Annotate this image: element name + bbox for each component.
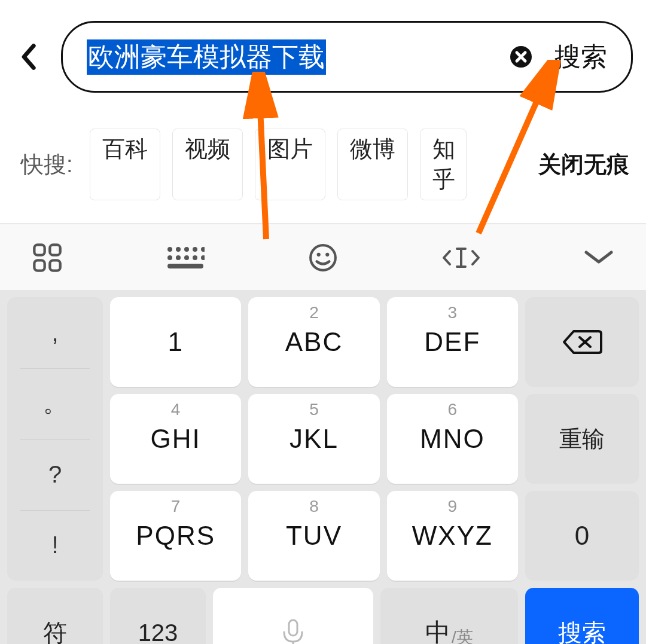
svg-point-15 xyxy=(193,255,197,260)
svg-point-8 xyxy=(176,247,181,252)
punct-key-comma[interactable]: , xyxy=(7,297,103,368)
svg-rect-3 xyxy=(34,245,44,255)
search-input[interactable]: 欧洲豪车模拟器下载 xyxy=(87,39,491,75)
close-circle-icon xyxy=(509,45,533,69)
collapse-keyboard-button[interactable] xyxy=(578,249,620,267)
svg-rect-6 xyxy=(50,260,60,270)
svg-point-19 xyxy=(317,253,321,257)
quick-search-row: 快搜: 百科 视频 图片 微博 知乎 关闭无痕 xyxy=(0,111,646,224)
svg-point-9 xyxy=(184,247,189,252)
svg-point-16 xyxy=(201,255,205,260)
key-4-ghi[interactable]: 4 GHI xyxy=(110,394,241,484)
search-field-wrap: 欧洲豪车模拟器下载 搜索 xyxy=(61,21,633,93)
svg-point-7 xyxy=(167,247,172,252)
svg-point-18 xyxy=(310,245,336,270)
language-key[interactable]: 中/英 xyxy=(380,588,518,644)
cursor-move-button[interactable] xyxy=(440,244,482,271)
key-2-abc[interactable]: 2 ABC xyxy=(248,297,379,387)
key-9-wxyz[interactable]: 9 WXYZ xyxy=(387,491,518,581)
key-1[interactable]: 1 xyxy=(110,297,241,387)
key-7-pqrs[interactable]: 7 PQRS xyxy=(110,491,241,581)
backspace-key[interactable] xyxy=(525,297,639,387)
text-cursor-icon xyxy=(440,244,482,271)
svg-point-12 xyxy=(167,255,172,260)
punct-key-question[interactable]: ? xyxy=(7,439,103,510)
top-search-bar: 欧洲豪车模拟器下载 搜索 xyxy=(0,0,646,111)
punct-key-period[interactable]: 。 xyxy=(7,368,103,439)
mic-icon xyxy=(277,616,309,644)
space-key[interactable]: 中文 xyxy=(213,588,373,644)
backspace-icon xyxy=(562,328,602,356)
svg-rect-26 xyxy=(289,620,297,636)
symbol-key[interactable]: 符 xyxy=(7,588,103,644)
reinput-key[interactable]: 重输 xyxy=(525,394,639,484)
quick-chip[interactable]: 图片 xyxy=(255,129,325,200)
quick-chip[interactable]: 知乎 xyxy=(420,129,467,200)
keyboard: , 。 ? ! 1 2 ABC 3 DEF 4 GHI 5 xyxy=(0,290,646,644)
svg-rect-4 xyxy=(50,245,60,255)
smile-icon xyxy=(308,243,338,273)
keyboard-search-key[interactable]: 搜索 xyxy=(525,588,639,644)
chevron-left-icon xyxy=(19,43,37,71)
emoji-button[interactable] xyxy=(302,243,344,273)
apps-button[interactable] xyxy=(26,242,68,273)
num-mode-key[interactable]: 123 xyxy=(110,588,206,644)
svg-point-14 xyxy=(184,255,189,260)
key-3-def[interactable]: 3 DEF xyxy=(387,297,518,387)
svg-point-13 xyxy=(176,255,181,260)
punct-key-exclaim[interactable]: ! xyxy=(7,510,103,581)
search-input-text: 欧洲豪车模拟器下载 xyxy=(87,39,326,75)
svg-point-11 xyxy=(201,247,205,252)
key-6-mno[interactable]: 6 MNO xyxy=(387,394,518,484)
quick-chip-wrap: 百科 视频 图片 微博 知乎 xyxy=(90,129,524,200)
quick-chip[interactable]: 视频 xyxy=(172,129,243,200)
back-button[interactable] xyxy=(13,43,43,71)
chevron-down-icon xyxy=(583,249,615,267)
keyboard-icon xyxy=(166,246,205,270)
punctuation-sidebar: , 。 ? ! xyxy=(7,297,103,581)
svg-point-10 xyxy=(193,247,197,252)
search-button[interactable]: 搜索 xyxy=(551,39,611,75)
zero-key[interactable]: 0 xyxy=(525,491,639,581)
key-5-jkl[interactable]: 5 JKL xyxy=(248,394,379,484)
close-incognito-button[interactable]: 关闭无痕 xyxy=(538,149,629,180)
quick-chip[interactable]: 微博 xyxy=(337,129,408,200)
key-8-tuv[interactable]: 8 TUV xyxy=(248,491,379,581)
svg-rect-5 xyxy=(34,260,44,270)
grid-icon xyxy=(32,242,63,273)
svg-rect-17 xyxy=(167,264,203,268)
keyboard-toolbar xyxy=(0,224,646,290)
svg-point-20 xyxy=(325,253,329,257)
clear-button[interactable] xyxy=(508,44,534,70)
keyboard-switch-button[interactable] xyxy=(164,246,206,270)
quick-chip[interactable]: 百科 xyxy=(90,129,160,200)
quick-search-label: 快搜: xyxy=(21,149,73,180)
